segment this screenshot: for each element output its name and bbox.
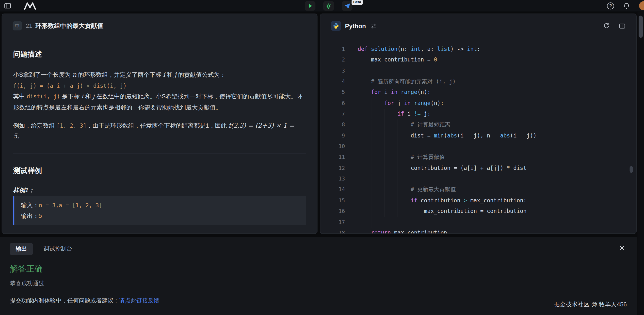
- run-icon: [307, 3, 313, 9]
- topbar: Beta: [0, 0, 644, 11]
- help-icon[interactable]: [607, 2, 614, 9]
- sample-output-line: 输出：5: [21, 211, 299, 221]
- refresh-icon[interactable]: [604, 23, 610, 29]
- problem-number: 21: [26, 23, 32, 29]
- language-label: Python: [345, 22, 366, 29]
- submit-icon: [344, 2, 350, 9]
- app-logo[interactable]: [24, 2, 36, 10]
- problem-header: 中 21 环形数组中的最大贡献值: [2, 14, 317, 38]
- section-heading-samples: 测试样例: [13, 165, 306, 176]
- code-editor[interactable]: 1def solution(n: int, a: list) -> int:2m…: [320, 38, 636, 234]
- feedback-link[interactable]: 请点此链接反馈: [119, 297, 160, 304]
- sample2-label: 样例2：: [13, 232, 306, 234]
- section-divider: [13, 153, 306, 153]
- python-logo-icon: [331, 21, 341, 31]
- console-panel: 输出 调试控制台 解答正确 恭喜成功通过 提交功能内测体验中，任何问题或者建议：…: [0, 237, 637, 315]
- code-lines: 1def solution(n: int, a: list) -> int:2m…: [320, 44, 636, 234]
- editor-header: Python: [320, 14, 636, 38]
- app: Beta 中 21 环形数组中的最大贡献值 问题描述 小S拿到了一个长度为 n …: [0, 0, 644, 315]
- result-subtext: 恭喜成功通过: [10, 280, 637, 287]
- watermark: 掘金技术社区 @ 牧羊人456: [554, 301, 627, 309]
- section-heading-description: 问题描述: [13, 49, 306, 60]
- sample-input-line: 输入：n = 3,a = [1, 2, 3]: [21, 200, 299, 211]
- feedback-row: 提交功能内测体验中，任何问题或者建议：请点此链接反馈: [10, 297, 637, 305]
- problem-paragraph: 小S拿到了一个长度为 n 的环形数组，并定义了两个下标 i 和 j 的贡献值公式…: [13, 70, 306, 80]
- feedback-text: 提交功能内测体验中，任何问题或者建议：: [10, 297, 119, 304]
- debug-icon: [325, 3, 332, 9]
- debug-button[interactable]: [323, 1, 334, 10]
- layout-icon[interactable]: [619, 23, 626, 29]
- problem-formula: f(i, j) = (a_i + a_j) × dist(i, j): [13, 80, 306, 91]
- difficulty-badge: 中: [13, 21, 22, 30]
- problem-example-paragraph: 例如，给定数组 [1, 2, 3]，由于是环形数组，任意两个下标的距离都是1，因…: [13, 120, 306, 142]
- submit-button[interactable]: [342, 1, 352, 10]
- language-switch-icon[interactable]: [370, 23, 377, 28]
- sample1-block: 输入：n = 3,a = [1, 2, 3] 输出：5: [13, 196, 306, 225]
- sample1-label: 样例1：: [13, 185, 306, 196]
- result-status: 解答正确: [10, 263, 637, 275]
- topbar-left: [0, 2, 36, 10]
- page-scrollbar[interactable]: [637, 11, 644, 315]
- problem-description[interactable]: 问题描述 小S拿到了一个长度为 n 的环形数组，并定义了两个下标 i 和 j 的…: [2, 38, 317, 234]
- sidebar-toggle-icon[interactable]: [4, 2, 11, 9]
- editor-scrollbar[interactable]: [630, 166, 633, 173]
- tab-debug-console[interactable]: 调试控制台: [44, 245, 72, 253]
- run-button[interactable]: [305, 1, 315, 10]
- console-tabs: 输出 调试控制台: [10, 243, 637, 255]
- problem-panel: 中 21 环形数组中的最大贡献值 问题描述 小S拿到了一个长度为 n 的环形数组…: [2, 13, 318, 234]
- problem-title: 环形数组中的最大贡献值: [36, 22, 103, 30]
- problem-paragraph: 其中 dist(i, j) 是下标 i 和 j 在数组中的最短距离。小S希望找到…: [13, 91, 306, 113]
- beta-badge: Beta: [352, 0, 362, 5]
- close-icon[interactable]: [618, 244, 626, 252]
- avatar[interactable]: [639, 1, 644, 10]
- page-scrollbar-thumb[interactable]: [638, 15, 643, 38]
- editor-panel: Python 1def solution(n: int, a: list) ->…: [320, 13, 636, 234]
- bell-icon[interactable]: [623, 2, 630, 9]
- topbar-actions: Beta: [305, 1, 352, 10]
- topbar-right: [607, 0, 644, 11]
- tab-output[interactable]: 输出: [10, 243, 33, 255]
